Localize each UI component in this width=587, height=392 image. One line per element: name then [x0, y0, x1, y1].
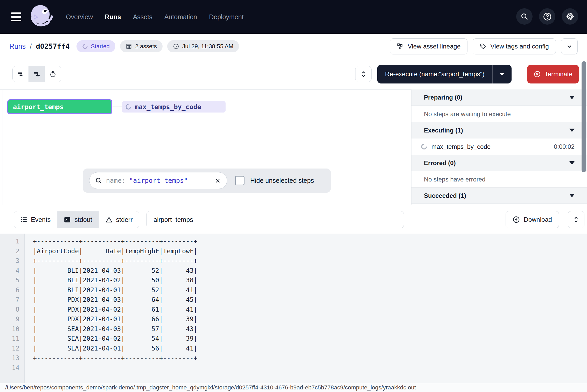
empty-text: No steps are waiting to execute — [424, 110, 511, 118]
nav-item-automation[interactable]: Automation — [164, 13, 197, 21]
log-line: 8| PDX|2021-04-02| 61| 41| — [0, 305, 587, 314]
caret-down-icon — [569, 161, 575, 165]
step-name: max_temps_by_code — [431, 143, 491, 150]
section-header-succeeded[interactable]: Succeeded (1) — [411, 187, 587, 204]
step-elapsed-time: 0:00:02 — [554, 143, 575, 150]
section-header-preparing[interactable]: Preparing (0) — [411, 89, 587, 106]
section-header-errored[interactable]: Errored (0) — [411, 155, 587, 171]
reexecute-dropdown-button[interactable] — [492, 65, 512, 83]
section-title: Preparing (0) — [424, 94, 462, 101]
tab-label: stdout — [74, 216, 92, 223]
tab-events[interactable]: Events — [14, 211, 57, 228]
section-empty-errored: No steps have errored — [411, 171, 587, 187]
view-mode-waterfall-icon[interactable] — [29, 66, 45, 82]
asset-grid-icon — [126, 43, 132, 50]
download-label: Download — [524, 216, 552, 223]
nav-item-overview[interactable]: Overview — [66, 13, 93, 21]
view-tags-config-button[interactable]: View tags and config — [473, 38, 556, 54]
search-icon[interactable] — [516, 8, 533, 25]
view-mode-timer-icon[interactable] — [45, 66, 61, 82]
log-line: 10| SEA|2021-04-03| 57| 43| — [0, 324, 587, 334]
help-icon[interactable] — [539, 8, 555, 25]
download-button[interactable]: Download — [506, 211, 559, 228]
log-file-selector[interactable]: airport_temps — [146, 211, 404, 228]
clear-filter-icon[interactable] — [214, 177, 221, 184]
filter-value-text: "airport_temps" — [129, 177, 188, 184]
run-header: Runs / d0257ff4 Started 2 assets Jul 29,… — [0, 34, 587, 59]
terminal-icon — [64, 216, 71, 223]
dagster-logo-icon[interactable] — [27, 3, 55, 31]
step-node-max-temps-by-code[interactable]: max_temps_by_code — [122, 101, 226, 113]
log-line: 2|AirportCode| Date|TempHighF|TempLowF| — [0, 246, 587, 256]
hide-unselected-control: Hide unselected steps — [235, 176, 314, 185]
step-filter-bar: name: "airport_temps" Hide unselected st… — [83, 169, 331, 193]
assets-badge: 2 assets — [120, 40, 163, 52]
hide-unselected-checkbox[interactable] — [235, 176, 244, 185]
top-nav: Overview Runs Assets Automation Deployme… — [0, 0, 587, 34]
graph-edge — [112, 107, 122, 107]
tag-icon — [480, 43, 486, 50]
tab-label: Events — [31, 216, 51, 223]
reexecute-label: Re-execute (name:"airport_temps") — [385, 71, 485, 78]
settings-gear-icon[interactable] — [562, 8, 578, 25]
run-gantt-section: Re-execute (name:"airport_temps") Termin… — [0, 59, 587, 205]
breadcrumb-runs-link[interactable]: Runs — [9, 43, 26, 51]
step-filter-input[interactable]: name: "airport_temps" — [89, 172, 227, 189]
executing-step-row[interactable]: max_temps_by_code 0:00:02 — [411, 138, 587, 155]
tab-stdout[interactable]: stdout — [57, 211, 99, 228]
lineage-icon — [397, 43, 404, 50]
section-title: Executing (1) — [424, 127, 463, 134]
reexecute-button[interactable]: Re-execute (name:"airport_temps") — [377, 65, 492, 83]
breadcrumb-separator: / — [30, 43, 32, 51]
log-file-selector-value: airport_temps — [153, 216, 193, 223]
log-lines: 1+-----------+----------+---------+-----… — [0, 236, 587, 373]
view-asset-lineage-label: View asset lineage — [408, 43, 460, 50]
log-file-path-footer: /Users/ben/repos/components_demo/spark-d… — [0, 383, 587, 392]
status-badge-label: Started — [91, 43, 110, 50]
gantt-left-edge — [3, 89, 3, 205]
timestamp-badge: Jul 29, 11:38:55 AM — [167, 40, 239, 52]
view-tags-config-label: View tags and config — [490, 43, 549, 50]
unfold-icon — [573, 216, 579, 223]
nav-icon-buttons — [516, 8, 578, 25]
log-tab-group: Events stdout stderr — [14, 211, 139, 228]
spinner-icon — [82, 44, 88, 49]
log-line: 13+-----------+----------+---------+----… — [0, 353, 587, 363]
log-line: 7| PDX|2021-04-03| 64| 45| — [0, 295, 587, 305]
log-line: 12| SEA|2021-04-01| 56| 41| — [0, 344, 587, 353]
tab-stderr[interactable]: stderr — [99, 211, 139, 228]
view-asset-lineage-button[interactable]: View asset lineage — [390, 38, 467, 54]
nav-item-assets[interactable]: Assets — [133, 13, 152, 21]
breadcrumb: Runs / d0257ff4 — [9, 42, 70, 51]
hide-unselected-label: Hide unselected steps — [250, 177, 314, 184]
view-mode-flat-icon[interactable] — [13, 66, 29, 82]
expand-log-panel-button[interactable] — [568, 211, 584, 228]
stdout-log-view[interactable]: 1+-----------+----------+---------+-----… — [0, 234, 587, 383]
log-line: 5| BLI|2021-04-02| 50| 38| — [0, 275, 587, 285]
main-nav: Overview Runs Assets Automation Deployme… — [66, 13, 244, 21]
clock-icon — [173, 43, 179, 50]
nav-item-deployment[interactable]: Deployment — [209, 13, 243, 21]
run-header-actions: View asset lineage View tags and config — [390, 38, 578, 54]
log-file-path: /Users/ben/repos/components_demo/spark-d… — [5, 384, 416, 391]
section-header-executing[interactable]: Executing (1) — [411, 122, 587, 138]
unfold-icon — [360, 71, 367, 78]
filter-field-text: name: — [106, 177, 125, 184]
nav-item-runs[interactable]: Runs — [105, 13, 121, 21]
step-node-airport-temps[interactable]: airport_temps — [7, 99, 112, 114]
section-empty-preparing: No steps are waiting to execute — [411, 106, 587, 122]
log-line: 1+-----------+----------+---------+-----… — [0, 236, 587, 246]
spinner-icon — [125, 104, 131, 110]
caret-down-icon — [569, 96, 575, 99]
vertical-scrollbar[interactable] — [582, 61, 586, 172]
hamburger-menu-icon[interactable] — [11, 12, 21, 21]
section-title: Errored (0) — [424, 159, 456, 167]
circle-x-icon — [534, 71, 541, 78]
terminate-button[interactable]: Terminate — [527, 65, 579, 83]
step-node-label: max_temps_by_code — [135, 103, 201, 111]
log-line: 14 — [0, 363, 587, 373]
empty-text: No steps have errored — [424, 176, 485, 183]
tab-label: stderr — [116, 216, 133, 223]
more-run-actions-button[interactable] — [561, 38, 578, 54]
zoom-fit-unfold-button[interactable] — [355, 66, 372, 82]
